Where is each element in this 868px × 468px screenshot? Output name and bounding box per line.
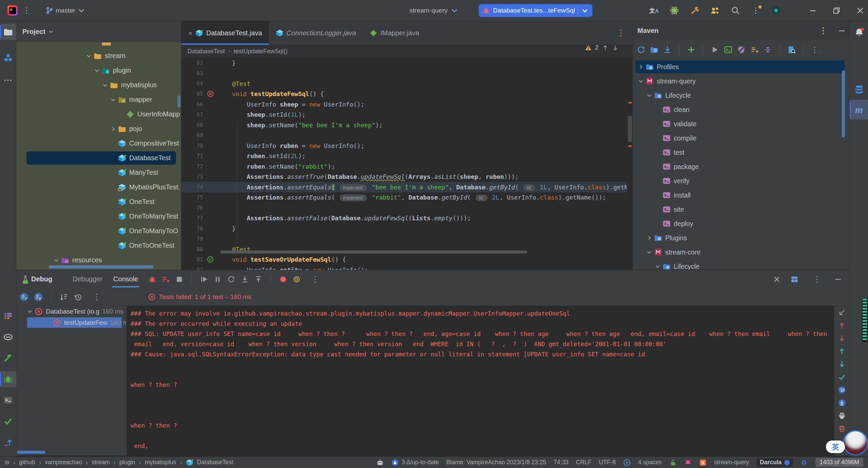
account-icon[interactable] bbox=[771, 6, 781, 15]
chevron-down-icon[interactable] bbox=[645, 249, 653, 255]
stripe-button-commit-check[interactable] bbox=[0, 413, 16, 429]
error-stripe-mark[interactable] bbox=[628, 145, 632, 147]
test-passed-gutter-icon[interactable] bbox=[203, 256, 217, 263]
line-number[interactable]: 65 bbox=[181, 91, 203, 97]
maven-item-test[interactable]: test bbox=[633, 145, 849, 160]
chevron-right-icon[interactable] bbox=[645, 235, 653, 241]
console-scroll-end-button[interactable] bbox=[838, 399, 846, 407]
chevron-right-icon[interactable] bbox=[637, 64, 645, 70]
line-number[interactable]: 80 bbox=[181, 246, 203, 252]
debug-ring-button[interactable] bbox=[293, 275, 301, 283]
line-number[interactable]: 81 bbox=[181, 256, 203, 263]
maven-toolbar-doc-search-button[interactable] bbox=[787, 45, 796, 54]
chevron-down-icon[interactable] bbox=[85, 53, 93, 59]
statusbar-item[interactable]: Blame: VampireAchao 2023/1/8 23:25 bbox=[446, 459, 546, 466]
maven-toolbar-refresh-button[interactable] bbox=[637, 45, 645, 54]
breadcrumb-item[interactable]: testUpdateFewSql() bbox=[234, 48, 288, 55]
maven-toolbar-collapse-button[interactable] bbox=[764, 45, 772, 54]
stripe-button-endpoints[interactable] bbox=[0, 329, 16, 345]
database-tool-button[interactable] bbox=[850, 81, 868, 98]
users-icon[interactable] bbox=[710, 6, 720, 15]
code-line-74[interactable]: 74 Assertions.assertEquals( expected: "b… bbox=[181, 182, 628, 192]
code-line-69[interactable]: 69 bbox=[181, 130, 628, 141]
code-editor[interactable]: 62 }6364 @Test65 void testUpdateFewSql()… bbox=[181, 58, 628, 270]
debug-tab-debugger[interactable]: Debugger bbox=[67, 270, 108, 288]
main-menu-kebab-icon[interactable]: ⋮ bbox=[18, 6, 35, 15]
next-warning-icon[interactable] bbox=[612, 44, 619, 51]
error-stripe-mark[interactable] bbox=[628, 102, 632, 104]
debug-close-x-button[interactable] bbox=[773, 275, 781, 283]
project-item-databasetest[interactable]: DatabaseTest bbox=[16, 151, 181, 165]
statusbar-crumb-stream[interactable]: stream bbox=[92, 459, 110, 466]
console-wrap-button[interactable] bbox=[838, 386, 846, 394]
maven-toolbar-run-button[interactable] bbox=[711, 45, 719, 54]
chevron-right-icon[interactable] bbox=[109, 126, 117, 132]
code-line-77[interactable]: 77 Assertions.assertFalse(Database.updat… bbox=[181, 213, 628, 224]
project-selector[interactable]: stream-query bbox=[410, 6, 458, 15]
debug-tab-console[interactable]: Console bbox=[108, 270, 143, 288]
debug-step-down-button[interactable] bbox=[241, 275, 249, 283]
test-history-button[interactable] bbox=[74, 293, 82, 301]
project-item-compositivetest[interactable]: CompositiveTest bbox=[16, 136, 181, 151]
statusbar-item[interactable]: UTF-8 bbox=[599, 459, 616, 466]
editor-tab-connectionlogger-java[interactable]: ConnectionLogger.java bbox=[269, 21, 363, 45]
notifications-button[interactable] bbox=[850, 24, 868, 41]
maven-toolbar-sync-folder-button[interactable] bbox=[650, 45, 658, 54]
test-options-kebab-icon[interactable]: ⋮ bbox=[88, 293, 105, 301]
hide-panel-icon[interactable]: ─ bbox=[839, 26, 845, 35]
statusbar-crumb-DatabaseTest[interactable]: DatabaseTest bbox=[197, 459, 233, 466]
maven-item-install[interactable]: install bbox=[633, 188, 849, 202]
stripe-button-build-hammer[interactable] bbox=[0, 350, 16, 366]
code-line-65[interactable]: 65 void testUpdateFewSql() { bbox=[181, 89, 628, 99]
project-item-resources[interactable]: resources bbox=[16, 253, 181, 267]
git-branch-widget[interactable]: master bbox=[45, 6, 85, 15]
test-failed-gutter-icon[interactable] bbox=[203, 90, 217, 97]
statusbar-theme-chip[interactable]: Darcula bbox=[756, 458, 793, 467]
hide-debug-panel-icon[interactable]: ─ bbox=[835, 275, 841, 284]
code-line-71[interactable]: 71 ruben.setId(2L); bbox=[181, 151, 628, 162]
line-number[interactable]: 64 bbox=[181, 80, 203, 87]
code-line-72[interactable]: 72 ruben.setName("rabbit"); bbox=[181, 161, 628, 172]
maven-item-plugins[interactable]: Plugins bbox=[633, 231, 849, 245]
project-panel-header[interactable]: Project bbox=[16, 21, 181, 42]
statusbar-eye[interactable] bbox=[623, 459, 631, 466]
line-number[interactable]: 67 bbox=[181, 111, 203, 118]
maven-item-lifecycle[interactable]: Lifecycle bbox=[633, 259, 849, 270]
line-number[interactable]: 74 bbox=[181, 184, 203, 190]
code-line-68[interactable]: 68 sheep.setName("bee bee I'm a sheep"); bbox=[181, 120, 628, 130]
chevron-down-icon[interactable] bbox=[637, 78, 645, 84]
project-item-mapper[interactable]: mapper bbox=[16, 92, 181, 107]
debug-bug-red-button[interactable] bbox=[148, 275, 156, 283]
debug-stop-button[interactable] bbox=[175, 275, 183, 283]
maven-toolbar-add-button[interactable] bbox=[687, 45, 695, 54]
code-line-81[interactable]: 81 void testSaveOrUpdateFewSql() { bbox=[181, 255, 628, 265]
statusbar-item[interactable]: stream-query bbox=[714, 459, 749, 466]
chevron-down-icon[interactable] bbox=[93, 68, 101, 74]
debug-record-button[interactable] bbox=[279, 275, 287, 283]
code-line-70[interactable]: 70 UserInfo ruben = new UserInfo(); bbox=[181, 141, 628, 151]
maven-item-validate[interactable]: validate bbox=[633, 117, 849, 131]
code-line-75[interactable]: 75 Assertions.assertEquals( expected: "r… bbox=[181, 192, 628, 203]
maven-toolbar-skip-tests-shield-button[interactable] bbox=[737, 45, 746, 54]
maven-item-stream-core[interactable]: stream-core bbox=[633, 245, 849, 259]
debug-pause-button[interactable] bbox=[214, 275, 222, 283]
stripe-button-debug-bug[interactable] bbox=[0, 371, 16, 387]
more-badge-icon[interactable]: ⋮ bbox=[751, 6, 761, 15]
statusbar-crumb-vampireachao[interactable]: vampireachao bbox=[45, 459, 82, 466]
maven-item-deploy[interactable]: deploy bbox=[633, 217, 849, 231]
close-button[interactable] bbox=[856, 6, 865, 15]
code-line-64[interactable]: 64 @Test bbox=[181, 78, 628, 89]
code-line-82[interactable]: 82 UserInfo entity = new UserInfo(); bbox=[181, 265, 628, 270]
maven-toolbar-more-drop-button[interactable]: ⋮˯ bbox=[811, 45, 820, 54]
debug-rerun-failed-button[interactable] bbox=[162, 275, 170, 283]
maven-item-site[interactable]: site bbox=[633, 202, 849, 217]
line-number[interactable]: 77 bbox=[181, 215, 203, 221]
run-configuration-button[interactable]: DatabaseTest.tes...teFewSql bbox=[479, 4, 592, 17]
maven-item-profiles[interactable]: Profiles bbox=[633, 60, 849, 74]
project-item-onetoonetest[interactable]: OneToOneTest bbox=[16, 238, 181, 253]
console-check-teal-button[interactable] bbox=[838, 373, 846, 381]
maven-options-kebab-icon[interactable]: ⋮ bbox=[814, 26, 832, 35]
project-item-mybatisplustest-[interactable]: MybatisPlusTest. bbox=[16, 180, 181, 194]
project-item-onetest[interactable]: OneTest bbox=[16, 194, 181, 209]
statusbar-item[interactable]: CRLF bbox=[576, 459, 592, 466]
